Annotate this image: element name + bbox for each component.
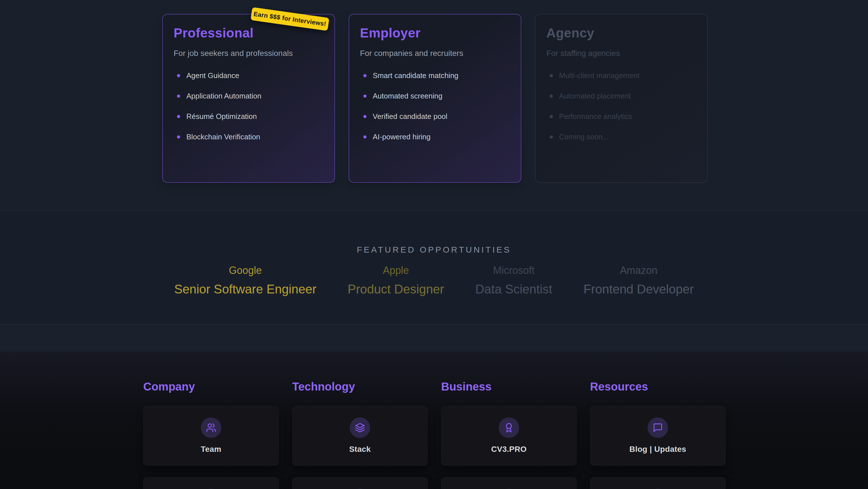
- plan-feature-label: Performance analytics: [559, 112, 632, 121]
- featured-jobs-row: Google Senior Software Engineer Apple Pr…: [0, 264, 868, 296]
- footer-column-business: Business CV3.PRO: [441, 352, 577, 489]
- plan-feature: Performance analytics: [550, 112, 696, 121]
- plan-description: For job seekers and professionals: [174, 49, 324, 58]
- footer-card-partial[interactable]: [143, 477, 279, 489]
- footer-column-technology: Technology Stack: [292, 352, 428, 489]
- featured-job-item[interactable]: Amazon Frontend Developer: [584, 264, 694, 296]
- award-icon: [499, 418, 519, 438]
- plan-feature: Automated screening: [363, 91, 510, 101]
- footer-column-company: Company Team: [143, 352, 279, 489]
- plan-title: Employer: [360, 26, 510, 39]
- featured-job-item[interactable]: Google Senior Software Engineer: [174, 264, 316, 296]
- footer-card-stack[interactable]: Stack: [292, 406, 428, 466]
- users-icon: [201, 418, 221, 438]
- plans-section: Professional For job seekers and profess…: [0, 0, 868, 210]
- plan-feature-label: Agent Guidance: [186, 71, 239, 80]
- featured-job-item[interactable]: Microsoft Data Scientist: [475, 264, 552, 296]
- plans-row: Professional For job seekers and profess…: [162, 14, 708, 183]
- plan-feature: Agent Guidance: [177, 71, 324, 80]
- footer-card-team[interactable]: Team: [143, 406, 279, 466]
- plan-card-professional[interactable]: Professional For job seekers and profess…: [162, 14, 335, 183]
- plan-feature: AI-powered hiring: [363, 132, 510, 142]
- featured-job-item[interactable]: Apple Product Designer: [348, 264, 444, 296]
- bullet-icon: [363, 135, 367, 139]
- footer-card-blog[interactable]: Blog | Updates: [590, 406, 725, 466]
- message-square-icon: [648, 418, 668, 438]
- plan-feature-label: Résumé Optimization: [186, 112, 257, 121]
- plan-feature-label: Smart candidate matching: [373, 71, 458, 80]
- bullet-icon: [550, 94, 553, 97]
- plan-feature: Résumé Optimization: [177, 112, 324, 121]
- bullet-icon: [363, 74, 367, 77]
- job-company: Microsoft: [475, 264, 552, 277]
- footer-card-partial[interactable]: [292, 477, 428, 489]
- job-title: Product Designer: [348, 282, 444, 296]
- footer-card-label: Blog | Updates: [590, 445, 725, 454]
- job-title: Data Scientist: [475, 282, 552, 296]
- plan-feature: Smart candidate matching: [363, 71, 510, 80]
- bullet-icon: [550, 74, 553, 77]
- footer-heading: Technology: [292, 380, 428, 393]
- plan-feature: Verified candidate pool: [363, 112, 510, 121]
- plan-feature-label: Automated screening: [373, 92, 442, 100]
- bullet-icon: [363, 115, 367, 118]
- plan-title: Professional: [174, 26, 324, 39]
- footer: Company Team Technology Stack: [0, 352, 868, 489]
- featured-opportunities-label: FEATURED OPPORTUNITIES: [0, 210, 868, 255]
- plan-feature: Multi-client management: [550, 71, 696, 80]
- footer-card-cv3pro[interactable]: CV3.PRO: [441, 406, 577, 466]
- footer-heading: Resources: [590, 380, 725, 393]
- footer-card-label: CV3.PRO: [441, 445, 577, 454]
- job-title: Senior Software Engineer: [174, 282, 316, 296]
- plan-card-employer[interactable]: Employer For companies and recruiters Sm…: [349, 14, 521, 183]
- footer-card-label: Team: [144, 445, 279, 454]
- plan-feature-label: Application Automation: [186, 92, 261, 100]
- layers-icon: [350, 418, 370, 438]
- plan-title: Agency: [546, 26, 696, 39]
- job-company: Google: [174, 264, 316, 277]
- plan-feature-label: Multi-client management: [559, 71, 639, 80]
- plan-feature-label: Coming soon...: [559, 133, 609, 141]
- plan-card-agency: Agency For staffing agencies Multi-clien…: [535, 14, 708, 183]
- plan-feature-label: AI-powered hiring: [373, 133, 431, 141]
- footer-card-partial[interactable]: [590, 477, 725, 489]
- plan-feature-list: Agent Guidance Application Automation Ré…: [174, 71, 324, 142]
- plan-feature-list: Multi-client management Automated placem…: [546, 71, 696, 142]
- footer-card-label: Stack: [292, 445, 428, 454]
- landing-page: Professional For job seekers and profess…: [0, 0, 868, 489]
- bullet-icon: [363, 94, 367, 97]
- job-company: Amazon: [584, 264, 694, 277]
- plan-description: For staffing agencies: [546, 49, 696, 58]
- plan-feature: Blockchain Verification: [177, 132, 324, 142]
- footer-heading: Company: [143, 380, 279, 393]
- job-company: Apple: [348, 264, 444, 277]
- featured-opportunities-section: FEATURED OPPORTUNITIES Google Senior Sof…: [0, 210, 868, 324]
- bullet-icon: [550, 115, 553, 118]
- bullet-icon: [177, 135, 180, 139]
- plan-feature: Automated placement: [550, 91, 696, 101]
- job-title: Frontend Developer: [584, 282, 694, 296]
- plan-feature: Application Automation: [177, 91, 324, 101]
- bullet-icon: [177, 94, 180, 97]
- plan-feature-list: Smart candidate matching Automated scree…: [360, 71, 510, 142]
- section-spacer-band: [0, 324, 868, 352]
- plan-feature-label: Blockchain Verification: [186, 133, 260, 141]
- plan-feature-label: Verified candidate pool: [373, 112, 447, 121]
- plan-description: For companies and recruiters: [360, 49, 510, 58]
- footer-card-partial[interactable]: [441, 477, 577, 489]
- bullet-icon: [550, 135, 553, 139]
- plan-feature: Coming soon...: [550, 132, 696, 142]
- footer-column-resources: Resources Blog | Updates: [590, 352, 725, 489]
- bullet-icon: [177, 74, 180, 77]
- bullet-icon: [177, 115, 180, 118]
- plan-feature-label: Automated placement: [559, 92, 631, 100]
- footer-heading: Business: [441, 380, 577, 393]
